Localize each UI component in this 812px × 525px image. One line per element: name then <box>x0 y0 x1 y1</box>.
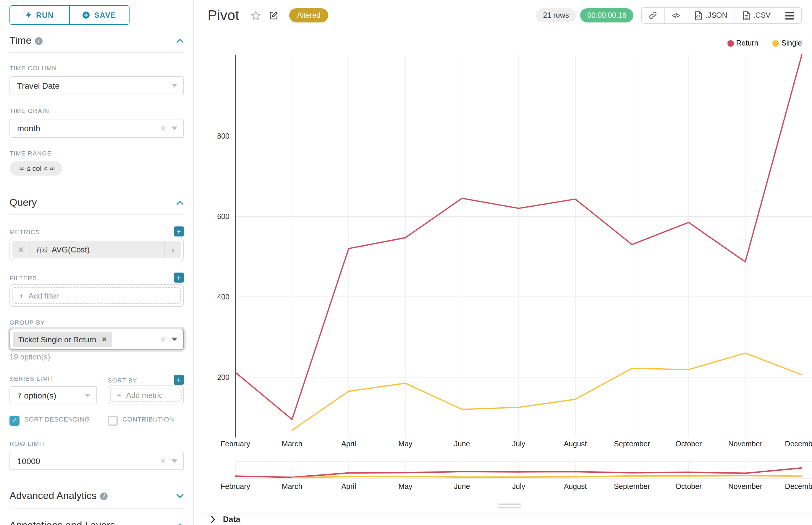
checkbox-checked-icon[interactable]: ✓ <box>10 416 19 426</box>
data-panel-header[interactable]: Data <box>194 514 812 525</box>
sort-by-placeholder: Add metric <box>126 390 163 399</box>
remove-tag-icon[interactable]: ✕ <box>102 335 107 343</box>
export-json-button[interactable]: .JSON <box>686 8 735 23</box>
legend-label: Single <box>782 39 802 47</box>
sort-descending-label: SORT DESCENDING <box>24 415 90 424</box>
metrics-label: METRICS + <box>10 226 184 237</box>
plus-circle-icon <box>83 11 90 19</box>
export-csv-button[interactable]: .CSV <box>735 8 778 23</box>
svg-text:October: October <box>675 439 702 448</box>
chevron-up-icon[interactable] <box>176 200 184 205</box>
annotations-header[interactable]: Annotations and Layers <box>10 520 184 525</box>
control-panel-sidebar: RUN SAVE Time i TIME COLUMN Travel Date … <box>0 0 194 525</box>
metric-pill[interactable]: ✕ ƒ(x) AVG(Cost) › <box>12 241 181 258</box>
legend-label: Return <box>736 39 758 47</box>
checkbox-unchecked-icon[interactable] <box>108 416 118 426</box>
advanced-analytics-header[interactable]: Advanced Analytics i <box>10 490 184 502</box>
chevron-down-icon <box>172 84 177 88</box>
clear-icon[interactable]: ✕ <box>160 335 166 344</box>
row-limit-select[interactable]: 10000 ✕ <box>10 452 184 470</box>
add-filter-dropzone[interactable]: + Add filter <box>12 287 181 304</box>
svg-text:September: September <box>614 482 650 491</box>
json-button-label: .JSON <box>706 11 727 19</box>
embed-code-button[interactable]: </> <box>664 8 686 23</box>
remove-metric-icon[interactable]: ✕ <box>12 241 30 258</box>
info-icon: i <box>35 37 43 45</box>
chevron-right-icon <box>210 515 215 523</box>
sort-descending-checkbox[interactable]: ✓ SORT DESCENDING <box>10 415 97 426</box>
altered-badge[interactable]: Altered <box>290 8 328 22</box>
svg-text:December: December <box>785 439 812 448</box>
contribution-label: CONTRIBUTION <box>122 415 174 424</box>
add-sort-metric-button[interactable]: + <box>174 375 184 385</box>
series-limit-label: SERIES LIMIT <box>10 375 97 382</box>
svg-text:800: 800 <box>217 132 230 140</box>
svg-text:June: June <box>454 439 470 448</box>
group-by-select[interactable]: Ticket Single or Return ✕ ✕ <box>10 329 184 350</box>
save-button-label: SAVE <box>94 11 116 19</box>
run-button[interactable]: RUN <box>10 6 69 24</box>
time-section-header[interactable]: Time i <box>10 35 184 47</box>
sort-by-label: SORT BY + <box>108 375 184 385</box>
hamburger-menu-icon <box>785 12 794 19</box>
metric-pill-body[interactable]: ƒ(x) AVG(Cost) <box>30 241 164 258</box>
divider <box>10 214 184 215</box>
copy-link-button[interactable] <box>642 8 664 23</box>
add-metric-button[interactable]: + <box>174 226 184 237</box>
chart-legend: ReturnSingle <box>727 39 802 47</box>
svg-text:February: February <box>221 482 250 491</box>
more-options-button[interactable] <box>778 8 801 23</box>
chevron-down-icon <box>172 459 177 463</box>
superset-explore: RUN SAVE Time i TIME COLUMN Travel Date … <box>0 0 812 525</box>
link-icon <box>649 11 657 19</box>
clear-icon[interactable]: ✕ <box>160 456 166 465</box>
series-limit-value: 7 option(s) <box>17 390 85 400</box>
svg-text:April: April <box>341 439 356 448</box>
edit-title-icon[interactable] <box>269 11 279 20</box>
function-icon: ƒ(x) <box>36 245 48 254</box>
time-range-chip[interactable]: -∞ ≤ col < ∞ <box>10 161 62 176</box>
svg-text:September: September <box>614 439 650 448</box>
chevron-down-icon <box>85 393 90 397</box>
series-limit-select[interactable]: 7 option(s) <box>10 386 97 404</box>
chevron-down-icon <box>172 126 177 130</box>
legend-item-single[interactable]: Single <box>773 39 802 47</box>
filters-label: FILTERS + <box>10 272 184 283</box>
query-section-title: Query <box>10 197 37 209</box>
run-button-label: RUN <box>36 11 54 19</box>
lightning-icon <box>26 11 32 19</box>
svg-text:November: November <box>728 482 762 491</box>
csv-button-label: .CSV <box>753 11 771 19</box>
chevron-down-icon[interactable] <box>176 494 184 498</box>
contribution-checkbox[interactable]: CONTRIBUTION <box>108 415 174 426</box>
code-icon: </> <box>672 12 680 19</box>
chart-panel: Pivot Altered 21 rows 00:00:00.16 </> <box>194 0 812 525</box>
save-button[interactable]: SAVE <box>69 6 129 24</box>
group-by-tag: Ticket Single or Return ✕ <box>13 332 112 347</box>
line-chart[interactable]: 200400600800FebruaryFebruaryMarchMarchAp… <box>194 0 812 525</box>
time-column-select[interactable]: Travel Date <box>10 76 184 95</box>
query-timer-pill: 00:00:00.16 <box>580 8 633 22</box>
legend-item-return[interactable]: Return <box>727 39 758 47</box>
time-grain-select[interactable]: month ✕ <box>10 119 184 138</box>
legend-dot <box>727 40 734 46</box>
clear-icon[interactable]: ✕ <box>160 124 166 133</box>
add-sort-metric-dropzone[interactable]: + Add metric <box>110 388 181 402</box>
chart-title: Pivot <box>208 7 239 24</box>
time-section-title: Time <box>10 35 31 47</box>
time-grain-label: TIME GRAIN <box>10 107 184 114</box>
group-by-tag-label: Ticket Single or Return <box>18 335 97 344</box>
chevron-right-icon[interactable]: › <box>164 241 181 258</box>
svg-text:March: March <box>282 439 302 448</box>
query-section-header[interactable]: Query <box>10 197 184 209</box>
favorite-star-icon[interactable] <box>250 10 262 21</box>
add-filter-button[interactable]: + <box>174 272 184 283</box>
chevron-up-icon[interactable] <box>176 523 184 525</box>
row-count-pill: 21 rows <box>536 8 576 22</box>
row-limit-label: ROW LIMIT <box>10 440 184 447</box>
svg-text:200: 200 <box>217 373 230 381</box>
chevron-up-icon[interactable] <box>176 39 184 43</box>
svg-text:June: June <box>454 482 470 491</box>
sort-by-box: + Add metric <box>108 386 184 404</box>
svg-text:May: May <box>398 439 413 448</box>
